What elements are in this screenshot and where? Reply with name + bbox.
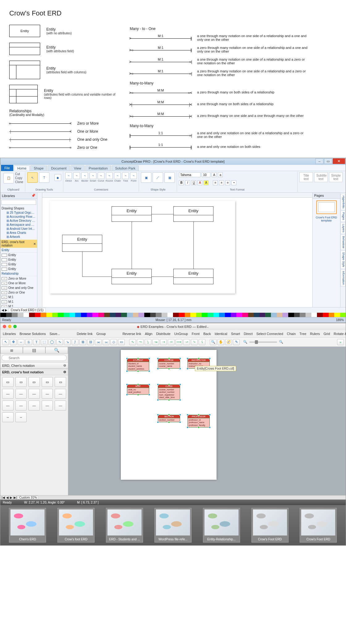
connector-chain-button[interactable]: ~: [114, 172, 121, 179]
mac-menu-browse-solutions[interactable]: Browse Solutions: [19, 332, 46, 336]
align-center-button[interactable]: ≡: [219, 180, 224, 185]
mac-connector-button[interactable]: ⤵: [145, 339, 151, 345]
stencil-cat-relationship[interactable]: Relationship: [0, 271, 37, 276]
stencil-rel-item[interactable]: —M:1: [0, 295, 37, 299]
gallery-card[interactable]: Crow's Foot ERD: [300, 508, 337, 543]
palette-swatch[interactable]: [173, 313, 179, 317]
mac-menu-direct[interactable]: Direct: [244, 332, 253, 336]
connector-bezier-button[interactable]: ~: [81, 172, 88, 179]
canvas-entity[interactable]: Entity: [112, 206, 152, 222]
palette-swatch[interactable]: [35, 313, 41, 317]
page-last-button[interactable]: ▶|: [14, 496, 17, 499]
mac-tool-button[interactable]: ↖: [2, 339, 9, 345]
palette-swatch[interactable]: [110, 313, 116, 317]
palette-swatch[interactable]: [81, 313, 87, 317]
canvas-entity[interactable]: Entity: [173, 269, 213, 284]
gallery-card[interactable]: ERD - Students and ...: [106, 508, 143, 543]
canvas-entity[interactable]: Entity: [62, 235, 102, 252]
ribbon-tab-presentation[interactable]: Presentation: [85, 165, 111, 171]
mac-stencil-cell[interactable]: —: [28, 389, 40, 399]
subtitle-preset[interactable]: Subtitle text: [314, 172, 328, 182]
mac-tool-button[interactable]: ✥: [10, 339, 17, 345]
mac-connector-button[interactable]: ⤷: [191, 339, 198, 345]
palette-swatch[interactable]: [116, 313, 121, 317]
palette-swatch[interactable]: [294, 313, 300, 317]
palette-swatch[interactable]: [133, 313, 139, 317]
mac-tool-button[interactable]: ↘: [64, 339, 71, 345]
side-tab-shape style[interactable]: Shape Style: [340, 251, 346, 269]
mac-stencil-cell[interactable]: —: [15, 401, 27, 410]
library-item[interactable]: ⊞ Accounting Flowcharts: [4, 215, 36, 219]
palette-swatch[interactable]: [70, 313, 75, 317]
mac-tool-button[interactable]: ⊞: [79, 339, 86, 345]
mac-menu-identical[interactable]: Identical: [215, 332, 227, 336]
page-prev-button[interactable]: ◀: [6, 496, 9, 499]
library-item[interactable]: ⊞ Aerospace and Transport: [4, 223, 36, 227]
palette-swatch[interactable]: [317, 313, 323, 317]
canvas-entity[interactable]: Entity: [173, 206, 213, 222]
palette-swatch[interactable]: [300, 313, 306, 317]
mac-connector-button[interactable]: ⇢: [160, 339, 167, 345]
stencil-rel-item[interactable]: —Zero or One: [0, 290, 37, 295]
library-item[interactable]: ⊞ Artwork: [4, 235, 36, 239]
mac-connector-button[interactable]: ⤹: [199, 339, 205, 345]
gallery-card[interactable]: WordPress file-refe...: [154, 508, 192, 543]
palette-swatch[interactable]: [311, 313, 317, 317]
mac-view-button[interactable]: 🧭: [225, 339, 232, 345]
mac-menu-select-connected[interactable]: Select Connected: [256, 332, 283, 336]
bold-button[interactable]: B: [179, 180, 184, 185]
stencil-entity-item[interactable]: Entity: [0, 262, 37, 267]
stencil-rel-item[interactable]: —M:1: [0, 304, 37, 307]
close-icon[interactable]: ✕: [33, 242, 36, 246]
mac-stencil-cell[interactable]: ▭: [42, 377, 53, 387]
palette-swatch[interactable]: [242, 313, 248, 317]
stencil-rel-item[interactable]: —M:1: [0, 299, 37, 304]
mac-tool-button[interactable]: ⊟: [87, 339, 94, 345]
side-tab-layers[interactable]: Layers: [340, 222, 346, 234]
mac-stencil-cell[interactable]: —: [15, 389, 27, 399]
ribbon-tab-shape[interactable]: Shape: [30, 165, 47, 171]
mac-menu-smart[interactable]: Smart: [231, 332, 240, 336]
lib-row-crowsfoot[interactable]: ERD, crow's foot notation⊖: [0, 369, 68, 375]
cut-button[interactable]: Cut: [15, 172, 23, 176]
mac-stencil-cell[interactable]: —: [28, 401, 40, 410]
palette-swatch[interactable]: [23, 313, 29, 317]
mac-tool-button[interactable]: ∿: [56, 339, 63, 345]
palette-swatch[interactable]: [219, 313, 225, 317]
side-tab-pages[interactable]: Pages: [340, 211, 346, 222]
stencil-rel-item[interactable]: —One or More: [0, 281, 37, 286]
mac-tool-button[interactable]: ⎘: [25, 339, 32, 345]
mac-stencil-cell[interactable]: —: [2, 401, 14, 410]
fill-button[interactable]: ▣: [141, 172, 151, 183]
mac-menu-ungroup[interactable]: UnGroup: [174, 332, 188, 336]
shadow-button[interactable]: ▦: [164, 172, 175, 183]
font-size-input[interactable]: [202, 172, 210, 177]
palette-swatch[interactable]: [282, 313, 288, 317]
drawing-shapes-button[interactable]: ◆: [54, 174, 61, 181]
palette-swatch[interactable]: [12, 313, 18, 317]
line-button[interactable]: ／: [153, 172, 163, 183]
erd-entity-course[interactable]: COURSEcourse_numbercourse_name: [158, 358, 180, 369]
mac-stencil-cell[interactable]: —: [42, 401, 53, 410]
palette-swatch[interactable]: [98, 313, 104, 317]
italic-button[interactable]: I: [185, 180, 190, 185]
gallery-card[interactable]: Entity-Relationship...: [203, 508, 240, 543]
increase-font-button[interactable]: A: [212, 172, 217, 177]
textbox-tool-button[interactable]: T: [39, 172, 49, 183]
paste-button[interactable]: 📋: [3, 173, 14, 183]
palette-swatch[interactable]: [288, 313, 294, 317]
ribbon-tab-document[interactable]: Document: [48, 165, 70, 171]
palette-swatch[interactable]: [265, 313, 271, 317]
page-next-button[interactable]: ▶: [10, 496, 12, 499]
mac-menu-libraries[interactable]: Libraries: [3, 332, 16, 336]
mac-stencil-cell[interactable]: —: [2, 389, 14, 399]
palette-swatch[interactable]: [213, 313, 219, 317]
fontcolor-button[interactable]: A: [197, 180, 202, 185]
palette-swatch[interactable]: [75, 313, 81, 317]
erd-entity-student[interactable]: STUDENTStudent_idstudent_namestudent_add…: [127, 358, 149, 371]
mac-canvas[interactable]: STUDENTStudent_idstudent_namestudent_add…: [68, 347, 346, 495]
copy-button[interactable]: Copy: [15, 176, 23, 180]
libraries-search-input[interactable]: [1, 200, 36, 205]
mac-connector-button[interactable]: ⇨: [168, 339, 175, 345]
palette-swatch[interactable]: [29, 313, 35, 317]
